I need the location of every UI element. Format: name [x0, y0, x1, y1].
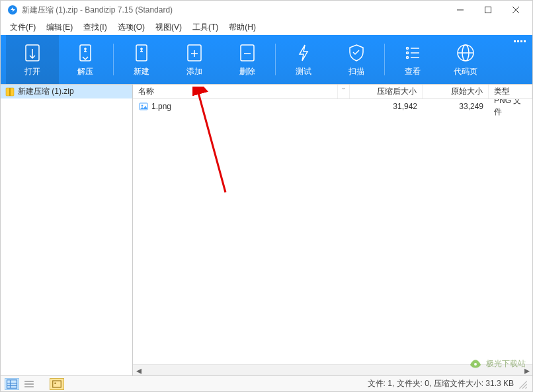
new-icon [131, 42, 152, 63]
svg-line-37 [526, 387, 527, 388]
view-list-icon[interactable] [22, 378, 36, 390]
file-original-size: 33,249 [423, 102, 489, 111]
separator [275, 44, 276, 75]
titlebar: 新建压缩 (1).zip - Bandizip 7.15 (Standard) [1, 1, 532, 19]
separator [384, 44, 385, 75]
open-button[interactable]: 打开 [6, 35, 59, 84]
add-label: 添加 [186, 66, 202, 77]
separator [113, 44, 114, 75]
codepage-label: 代码页 [454, 66, 477, 77]
tree-root-label: 新建压缩 (1).zip [18, 86, 74, 97]
svg-point-17 [407, 56, 409, 58]
column-original-size[interactable]: 原始大小 [423, 85, 489, 98]
test-icon [293, 42, 314, 63]
delete-label: 删除 [239, 66, 255, 77]
window-controls [446, 1, 530, 19]
content-panel: 名称 ˇ 压缩后大小 原始大小 类型 1.png 31,942 33,249 P… [133, 85, 532, 375]
test-label: 测试 [296, 66, 311, 77]
open-icon [22, 42, 43, 63]
add-button[interactable]: 添加 [168, 35, 221, 84]
svg-rect-26 [7, 379, 17, 388]
column-compressed-size[interactable]: 压缩后大小 [350, 85, 423, 98]
view-label: 查看 [405, 66, 421, 77]
file-compressed-size: 31,942 [350, 102, 423, 111]
scroll-left-button[interactable]: ◂ [133, 365, 144, 375]
menu-tools[interactable]: 工具(T) [187, 20, 224, 34]
menu-file[interactable]: 文件(F) [5, 20, 41, 34]
file-row[interactable]: 1.png 31,942 33,249 PNG 文件 [133, 99, 532, 114]
menu-find[interactable]: 查找(I) [78, 20, 112, 34]
menu-edit[interactable]: 编辑(E) [41, 20, 78, 34]
scan-label: 扫描 [348, 66, 364, 77]
tree-root-node[interactable]: 新建压缩 (1).zip [1, 85, 132, 98]
scroll-right-button[interactable]: ▸ [521, 365, 532, 375]
svg-point-34 [54, 382, 56, 384]
svg-rect-23 [9, 88, 11, 96]
svg-point-25 [142, 105, 144, 107]
view-image-icon[interactable] [50, 378, 64, 390]
resize-grip[interactable] [516, 378, 528, 390]
extract-button[interactable]: 解压 [59, 35, 112, 84]
maximize-button[interactable] [474, 1, 502, 19]
more-button[interactable] [514, 40, 526, 52]
main-area: 新建压缩 (1).zip 名称 ˇ 压缩后大小 原始大小 类型 1.png 31… [1, 84, 532, 375]
svg-rect-2 [485, 7, 491, 13]
delete-icon [237, 42, 258, 63]
svg-rect-7 [136, 45, 147, 61]
close-button[interactable] [502, 1, 530, 19]
scan-button[interactable]: 扫描 [330, 35, 383, 84]
status-text: 文件: 1, 文件夹: 0, 压缩文件大小: 31.3 KB [368, 378, 514, 389]
zip-icon [5, 87, 15, 97]
extract-label: 解压 [77, 66, 93, 77]
delete-button[interactable]: 删除 [221, 35, 274, 84]
statusbar: 文件: 1, 文件夹: 0, 压缩文件大小: 31.3 KB [1, 375, 532, 391]
new-button[interactable]: 新建 [115, 35, 168, 84]
menu-options[interactable]: 选项(O) [112, 20, 150, 34]
file-name: 1.png [151, 102, 171, 111]
svg-rect-33 [53, 381, 62, 387]
column-name[interactable]: 名称 [133, 85, 338, 98]
view-button[interactable]: 查看 [386, 35, 439, 84]
open-label: 打开 [24, 66, 40, 77]
add-icon [184, 42, 205, 63]
minimize-button[interactable] [446, 1, 474, 19]
scan-icon [346, 42, 367, 63]
view-icon [402, 42, 423, 63]
svg-rect-6 [80, 45, 91, 61]
image-file-icon [138, 101, 149, 112]
codepage-icon [455, 42, 476, 63]
menu-view[interactable]: 视图(V) [150, 20, 187, 34]
column-sort-indicator[interactable]: ˇ [338, 85, 350, 98]
svg-point-13 [407, 47, 409, 49]
view-grid-icon[interactable] [5, 378, 19, 390]
svg-rect-11 [241, 45, 254, 61]
test-button[interactable]: 测试 [277, 35, 330, 84]
column-headers: 名称 ˇ 压缩后大小 原始大小 类型 [133, 85, 532, 99]
file-type: PNG 文件 [489, 99, 532, 118]
menu-help[interactable]: 帮助(H) [224, 20, 261, 34]
app-icon [7, 5, 18, 15]
toolbar: 打开 解压 新建 添加 删除 测试 扫描 查看 代码页 [1, 35, 532, 84]
horizontal-scrollbar[interactable]: ◂ ▸ [133, 364, 532, 375]
new-label: 新建 [134, 66, 149, 77]
svg-point-15 [407, 52, 409, 54]
window-title: 新建压缩 (1).zip - Bandizip 7.15 (Standard) [22, 5, 446, 16]
menubar: 文件(F) 编辑(E) 查找(I) 选项(O) 视图(V) 工具(T) 帮助(H… [1, 19, 532, 35]
extract-icon [75, 42, 96, 63]
column-type[interactable]: 类型 [489, 85, 532, 98]
codepage-button[interactable]: 代码页 [439, 35, 492, 84]
tree-panel[interactable]: 新建压缩 (1).zip [1, 85, 133, 375]
file-list[interactable]: 1.png 31,942 33,249 PNG 文件 [133, 99, 532, 364]
